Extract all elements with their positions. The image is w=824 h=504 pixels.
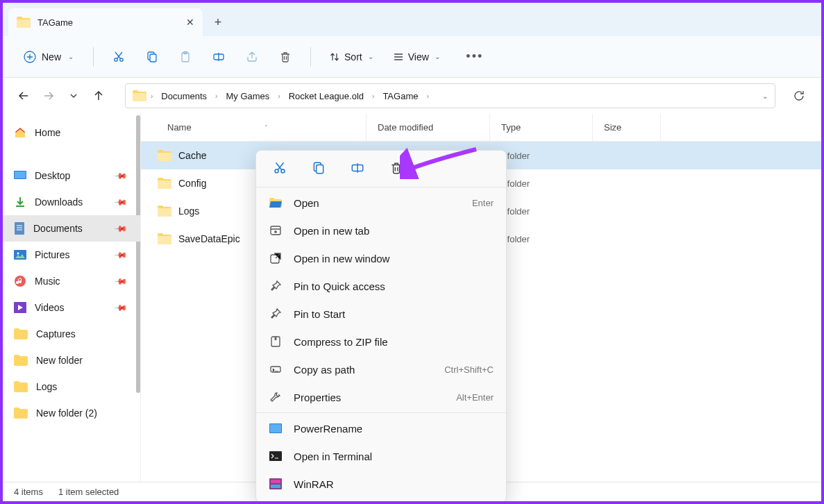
svg-rect-28 (271, 480, 280, 483)
status-selected: 1 item selected (58, 487, 119, 497)
sidebar-item-videos[interactable]: Videos📌 (3, 294, 140, 321)
pin-icon: 📌 (114, 301, 128, 315)
terminal-icon (269, 449, 283, 463)
folder-icon (158, 150, 171, 161)
zip-icon (269, 335, 283, 348)
delete-button[interactable] (271, 43, 299, 71)
tab-title: TAGame (37, 17, 73, 28)
sidebar-item-logs[interactable]: Logs (3, 373, 140, 400)
winrar-icon (269, 477, 283, 491)
plus-circle-icon (24, 51, 36, 63)
ctx-open[interactable]: OpenEnter (256, 189, 506, 217)
folder-icon (17, 17, 31, 28)
breadcrumb-segment[interactable]: Documents (157, 88, 211, 104)
videos-icon (14, 302, 26, 313)
sidebar-item-newfolder[interactable]: New folder (3, 347, 140, 373)
breadcrumb-segment[interactable]: Rocket League.old (285, 88, 368, 104)
sidebar-item-home[interactable]: Home (3, 119, 140, 146)
trash-icon (279, 51, 292, 63)
ctx-cut-button[interactable] (270, 158, 289, 178)
sidebar-item-newfolder2[interactable]: New folder (2) (3, 400, 140, 426)
svg-rect-10 (15, 222, 24, 235)
view-button[interactable]: View ⌄ (386, 47, 447, 67)
header-type[interactable]: Type (490, 114, 593, 141)
header-name[interactable]: Name˄ (141, 114, 367, 141)
folder-open-icon (269, 196, 283, 210)
column-headers: Name˄ Date modified Type Size (141, 114, 821, 142)
document-icon (14, 222, 25, 235)
chevron-down-icon: ⌄ (435, 53, 440, 60)
ctx-zip[interactable]: Compress to ZIP file (256, 328, 506, 355)
sidebar-item-documents[interactable]: Documents📌 (3, 215, 140, 242)
tab-folder[interactable]: TAGame ✕ (8, 8, 203, 36)
ctx-properties[interactable]: PropertiesAlt+Enter (256, 383, 506, 411)
ctx-delete-button[interactable] (387, 158, 406, 178)
chevron-right-icon: › (149, 92, 154, 100)
sidebar-item-pictures[interactable]: Pictures📌 (3, 242, 140, 268)
ctx-pin-qa[interactable]: Pin to Quick access (256, 272, 506, 300)
ctx-pin-start[interactable]: Pin to Start (256, 300, 506, 328)
ctx-powerrename[interactable]: PowerRename (256, 414, 506, 442)
rename-button[interactable] (205, 43, 233, 71)
up-button[interactable] (87, 85, 110, 107)
chevron-down-icon[interactable]: ⌄ (762, 92, 768, 100)
toolbar: New ⌄ Sort ⌄ View ⌄ ••• (3, 36, 821, 78)
folder-icon (158, 178, 171, 189)
cut-button[interactable] (105, 43, 133, 71)
sort-icon (329, 51, 340, 62)
ctx-terminal[interactable]: Open in Terminal (256, 442, 506, 470)
navigation-row: › Documents › My Games › Rocket League.o… (3, 78, 821, 114)
more-button[interactable]: ••• (461, 43, 489, 71)
ctx-winrar[interactable]: WinRAR (256, 470, 506, 498)
wrench-icon (269, 390, 283, 404)
share-icon (246, 51, 258, 63)
ctx-open-tab[interactable]: Open in new tab (256, 217, 506, 244)
ctx-copy-path[interactable]: Copy as pathCtrl+Shift+C (256, 355, 506, 383)
forward-button[interactable] (37, 85, 60, 107)
paste-button[interactable] (171, 43, 199, 71)
pictures-icon (14, 250, 26, 260)
sidebar-item-desktop[interactable]: Desktop📌 (3, 162, 140, 189)
pin-icon: 📌 (114, 248, 128, 262)
pin-icon (269, 279, 283, 293)
new-window-icon (269, 251, 283, 265)
breadcrumb-segment[interactable]: TAGame (378, 88, 422, 104)
close-tab-icon[interactable]: ✕ (186, 17, 194, 28)
svg-rect-25 (270, 424, 281, 432)
svg-rect-29 (271, 485, 280, 488)
recent-button[interactable] (62, 85, 85, 107)
refresh-button[interactable] (787, 83, 812, 108)
sidebar-item-downloads[interactable]: Downloads📌 (3, 189, 140, 215)
powerrename-icon (269, 421, 283, 435)
breadcrumb-segment[interactable]: My Games (221, 88, 274, 104)
chevron-right-icon: › (371, 92, 376, 100)
music-icon (14, 275, 26, 287)
pin-icon: 📌 (114, 169, 128, 183)
new-button[interactable]: New ⌄ (15, 47, 82, 67)
header-date[interactable]: Date modified (367, 114, 490, 141)
address-bar[interactable]: › Documents › My Games › Rocket League.o… (125, 83, 775, 108)
sidebar-item-captures[interactable]: Captures (3, 321, 140, 347)
context-menu: OpenEnter Open in new tab Open in new wi… (255, 150, 507, 503)
svg-rect-4 (150, 54, 156, 62)
desktop-icon (14, 171, 26, 180)
ctx-copy-button[interactable] (309, 158, 328, 178)
sidebar: Home Desktop📌 Downloads📌 Documents📌 Pict… (3, 114, 140, 482)
share-button[interactable] (238, 43, 266, 71)
new-tab-button[interactable]: + (203, 8, 233, 36)
path-icon (269, 362, 283, 376)
view-icon (393, 51, 404, 62)
download-icon (14, 196, 26, 208)
new-tab-icon (269, 224, 283, 237)
ctx-rename-button[interactable] (348, 158, 367, 178)
folder-icon (158, 205, 171, 217)
copy-button[interactable] (138, 43, 166, 71)
sort-button[interactable]: Sort ⌄ (322, 47, 380, 67)
pin-icon: 📌 (114, 195, 128, 210)
back-button[interactable] (12, 85, 35, 107)
header-size[interactable]: Size (593, 114, 661, 141)
chevron-down-icon: ⌄ (68, 53, 74, 60)
sidebar-item-music[interactable]: Music📌 (3, 268, 140, 294)
svg-rect-9 (15, 171, 26, 178)
ctx-open-window[interactable]: Open in new window (256, 244, 506, 272)
